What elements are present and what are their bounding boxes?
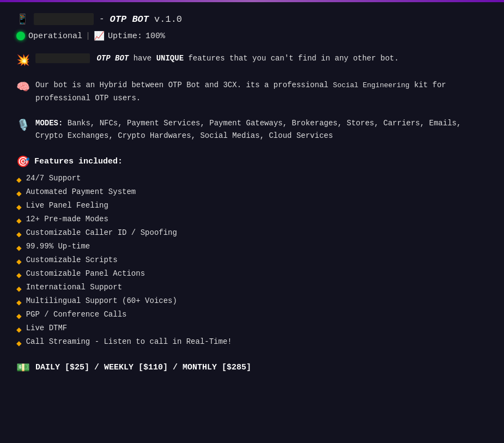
feature-text: Customizable Scripts (26, 256, 118, 264)
feature-item: ◆Customizable Panel Actions (16, 269, 488, 281)
money-icon: 💵 (16, 361, 30, 374)
status-row: Operational | 📈 Uptime: 100% (16, 31, 488, 41)
feature-text: 99.99% Up-time (26, 242, 90, 251)
feature-item: ◆Call Streaming - Listen to call in Real… (16, 337, 488, 349)
diamond-icon: ◆ (16, 297, 22, 308)
diamond-icon: ◆ (16, 283, 22, 294)
feature-text: Live Panel Feeling (26, 201, 108, 210)
diamond-icon: ◆ (16, 229, 22, 240)
chart-icon: 📈 (94, 31, 105, 41)
feature-text: Multilingual Support (60+ Voices) (26, 296, 177, 305)
modes-label: MODES: (35, 119, 63, 128)
diamond-icon: ◆ (16, 270, 22, 281)
feature-text: 24/7 Support (26, 174, 81, 183)
feature-item: ◆99.99% Up-time (16, 242, 488, 253)
feature-text: 12+ Pre-made Modes (26, 215, 108, 223)
social-engineering-code: Social Engineering (333, 81, 409, 89)
microphone-icon: 🎙️ (16, 118, 30, 132)
diamond-icon: ◆ (16, 338, 22, 349)
feature-text: International Support (26, 283, 122, 292)
brain-icon: 🧠 (16, 80, 30, 94)
feature-text: Customizable Caller ID / Spoofing (26, 228, 177, 237)
modes-text-content: MODES: Banks, NFCs, Payment Services, Pa… (35, 117, 488, 143)
feature-item: ◆Customizable Scripts (16, 256, 488, 267)
modes-list: Banks, NFCs, Payment Services, Payment G… (35, 119, 461, 141)
diamond-icon: ◆ (16, 256, 22, 267)
feature-item: ◆International Support (16, 283, 488, 294)
feature-item: ◆Live Panel Feeling (16, 201, 488, 213)
diamond-icon: ◆ (16, 174, 22, 185)
features-header: 🎯 Features included: (16, 155, 488, 168)
version-text: v.1.0 (154, 14, 182, 25)
features-section: 🎯 Features included: ◆24/7 Support◆Autom… (16, 155, 488, 349)
diamond-icon: ◆ (16, 242, 22, 253)
redacted-name (35, 53, 90, 63)
header-row: 📱 - OTP BOT v.1.0 (16, 13, 488, 25)
features-title: Features included: (34, 157, 123, 166)
feature-text: Live DTMF (26, 324, 68, 332)
feature-text: Automated Payment System (26, 187, 136, 196)
target-icon: 🎯 (16, 155, 30, 168)
operational-indicator (16, 32, 25, 40)
diamond-icon: ◆ (16, 202, 22, 213)
explosion-icon: 💥 (16, 53, 30, 67)
status-divider: | (86, 32, 90, 41)
redacted-username (34, 13, 94, 25)
feature-text: Customizable Panel Actions (26, 269, 145, 278)
feature-item: ◆Live DTMF (16, 324, 488, 335)
header-dash: - (99, 14, 105, 24)
feature-item: ◆PGP / Conference Calls (16, 310, 488, 321)
pricing-text: DAILY [$25] / WEEKLY [$110] / MONTHLY [$… (35, 363, 251, 372)
pricing-section: 💵 DAILY [$25] / WEEKLY [$110] / MONTHLY … (16, 361, 488, 374)
uptime-value: 100% (145, 32, 165, 41)
intro-text: OTP BOT have UNIQUE features that you ca… (35, 52, 399, 65)
modes-section: 🎙️ MODES: Banks, NFCs, Payment Services,… (16, 117, 488, 143)
feature-item: ◆Multilingual Support (60+ Voices) (16, 296, 488, 308)
feature-text: Call Streaming - Listen to call in Real-… (26, 337, 232, 346)
diamond-icon: ◆ (16, 188, 22, 199)
bot-name: OTP BOT (110, 14, 149, 25)
phone-icon: 📱 (16, 13, 28, 25)
main-container: 📱 - OTP BOT v.1.0 Operational | 📈 Uptime… (0, 2, 504, 443)
hybrid-text-content: Our bot is an Hybrid between OTP Bot and… (35, 79, 488, 105)
hybrid-section: 🧠 Our bot is an Hybrid between OTP Bot a… (16, 79, 488, 105)
operational-text: Operational (28, 32, 82, 41)
feature-item: ◆Automated Payment System (16, 187, 488, 199)
diamond-icon: ◆ (16, 215, 22, 226)
intro-section: 💥 OTP BOT have UNIQUE features that you … (16, 52, 488, 67)
feature-item: ◆24/7 Support (16, 174, 488, 185)
intro-bot-name: OTP BOT (96, 54, 129, 63)
diamond-icon: ◆ (16, 311, 22, 321)
feature-text: PGP / Conference Calls (26, 310, 127, 319)
feature-item: ◆Customizable Caller ID / Spoofing (16, 228, 488, 240)
intro-text-after: have UNIQUE features that you can't find… (133, 54, 399, 63)
features-list: ◆24/7 Support◆Automated Payment System◆L… (16, 174, 488, 349)
uptime-label: Uptime: (108, 32, 142, 41)
hybrid-text-before: Our bot is an Hybrid between OTP Bot and… (35, 81, 333, 89)
diamond-icon: ◆ (16, 324, 22, 335)
feature-item: ◆12+ Pre-made Modes (16, 215, 488, 226)
